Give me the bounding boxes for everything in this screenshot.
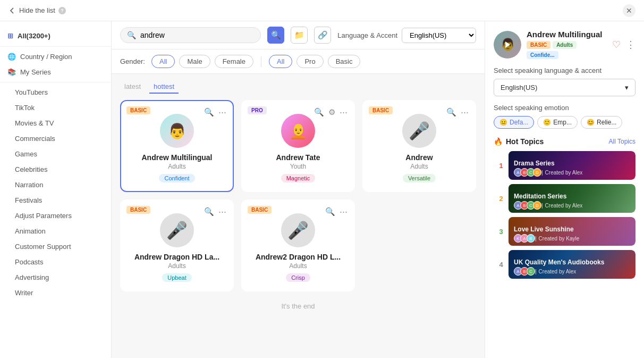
card-preview-btn-4[interactable]: 🔍 (203, 206, 215, 218)
tab-latest[interactable]: latest (120, 80, 145, 94)
sidebar-item-narration[interactable]: Narration (0, 177, 111, 193)
emotion-label-relief: Relie... (597, 119, 616, 126)
card-preview-btn-3[interactable]: 🔍 (445, 106, 457, 118)
sidebar-item-commercials[interactable]: Commercials (0, 131, 111, 146)
layers-icon: 📚 (7, 68, 16, 76)
sidebar-divider-2 (0, 82, 111, 82)
voice-card-andrew-dragon[interactable]: BASIC 🔍 ⋯ 🎤 Andrew Dragon HD La... Adult… (120, 199, 234, 292)
hide-list-btn[interactable]: Hide the list ? (9, 6, 66, 14)
voice-card-andrew[interactable]: BASIC 🔍 ⋯ 🎤 Andrew Adults Versatile (362, 100, 476, 192)
detail-more-button[interactable]: ⋮ (626, 39, 635, 51)
voice-detail-header: 👨 Andrew Multilingual BASIC Adults Confi… (494, 30, 635, 59)
sidebar-item-celebrities[interactable]: Celebrities (0, 162, 111, 177)
topic-creator-lovelive: K A B | Created by Kayle (514, 234, 630, 243)
detail-avatar[interactable]: 👨 (494, 31, 521, 59)
sidebar-divider-1 (0, 46, 111, 47)
gender-male-btn[interactable]: Male (179, 55, 210, 68)
sidebar-all-voices[interactable]: ⊞ All(3200+) (0, 28, 111, 44)
emotion-icon-empathy: 🙂 (543, 119, 551, 126)
emotion-chips: 😐 Defa... 🙂 Emp... 😊 Relie... (494, 116, 635, 129)
emotion-chip-empathy[interactable]: 🙂 Emp... (537, 116, 578, 129)
all-topics-button[interactable]: All Topics (609, 138, 635, 145)
svg-marker-0 (505, 41, 510, 48)
card-avatar-4: 🎤 (160, 213, 194, 247)
sidebar-item-festivals[interactable]: Festivals (0, 193, 111, 208)
topic-card-uk[interactable]: 4 UK Quality Men's Audiobooks A B C | Cr… (494, 250, 635, 279)
voice-card-andrew-multilingual[interactable]: BASIC 🔍 ⋯ 👨 Andrew Multilingual Adults C… (120, 100, 234, 192)
voice-tabs: latest hottest (120, 80, 476, 94)
link-button[interactable]: 🔗 (314, 27, 331, 44)
search-input[interactable] (140, 31, 254, 39)
type-basic-btn[interactable]: Basic (328, 55, 361, 68)
detail-voice-name: Andrew Multilingual (527, 30, 607, 39)
sidebar-item-country[interactable]: 🌐 Country / Region (0, 49, 111, 64)
type-pro-btn[interactable]: Pro (296, 55, 323, 68)
emotion-chip-relief[interactable]: 😊 Relie... (581, 116, 622, 129)
badge-basic-4: BASIC (126, 206, 150, 214)
card-preview-btn-5[interactable]: 🔍 (324, 206, 336, 218)
card-settings-btn-2[interactable]: ⚙ (327, 106, 336, 118)
badge-pro-2: PRO (248, 106, 267, 114)
card-more-btn-3[interactable]: ⋯ (460, 106, 470, 118)
card-name-3: Andrew (372, 153, 467, 162)
main-layout: ⊞ All(3200+) 🌐 Country / Region 📚 My Ser… (0, 21, 644, 358)
voice-card-andrew2-dragon[interactable]: BASIC 🔍 ⋯ 🎤 Andrew2 Dragon HD L... Adult… (241, 199, 355, 292)
voice-card-andrew-tate[interactable]: PRO 🔍 ⚙ ⋯ 🧑‍🦲 Andrew Tate Youth Magnetic (241, 100, 355, 192)
play-icon (504, 41, 511, 48)
sidebar-item-games[interactable]: Games (0, 146, 111, 162)
mic-icon-5: 🎤 (287, 220, 309, 240)
card-tag-3: Versatile (403, 174, 436, 182)
sidebar-item-myseries[interactable]: 📚 My Series (0, 64, 111, 80)
card-more-btn-2[interactable]: ⋯ (338, 106, 349, 118)
topic-img-meditation: Meditation Series A B C D | Created by A… (509, 184, 635, 213)
sidebar-item-movies[interactable]: Movies & TV (0, 115, 111, 131)
topic-card-drama[interactable]: 1 Drama Series A B C D | Created by Alex (494, 151, 635, 180)
detail-badge-basic: BASIC (527, 41, 550, 49)
upload-button[interactable]: 📁 (291, 27, 308, 44)
sidebar-item-customer-support[interactable]: Customer Support (0, 239, 111, 254)
search-box[interactable]: 🔍 (120, 27, 261, 43)
sidebar-item-writer[interactable]: Writer (0, 285, 111, 301)
topic-img-drama: Drama Series A B C D | Created by Alex (509, 151, 635, 180)
sidebar-item-podcasts[interactable]: Podcasts (0, 254, 111, 270)
sidebar-item-animation[interactable]: Animation (0, 223, 111, 239)
language-select[interactable]: English(US) (402, 28, 476, 43)
chevron-left-icon (9, 7, 16, 14)
sidebar-item-youtubers[interactable]: YouTubers (0, 85, 111, 100)
card-preview-btn-2[interactable]: 🔍 (313, 106, 325, 118)
card-more-btn-4[interactable]: ⋯ (217, 206, 227, 218)
card-preview-btn-1[interactable]: 🔍 (203, 106, 215, 118)
topic-num-3: 3 (494, 228, 509, 236)
t-avatar: D (533, 168, 541, 177)
card-avatar-2: 🧑‍🦲 (281, 114, 315, 148)
type-all-btn[interactable]: All (269, 55, 292, 68)
lang-dropdown[interactable]: English(US) ▾ (494, 79, 635, 96)
card-tag-2: Magnetic (281, 174, 316, 182)
detail-info: Andrew Multilingual BASIC Adults Confide… (527, 30, 607, 59)
emotion-chip-default[interactable]: 😐 Defa... (494, 116, 534, 129)
sidebar-item-advertising[interactable]: Advertising (0, 270, 111, 285)
favorite-button[interactable]: ♡ (612, 39, 621, 51)
tab-hottest[interactable]: hottest (149, 80, 179, 94)
close-button[interactable]: ✕ (623, 4, 635, 17)
gender-all-btn[interactable]: All (151, 55, 175, 68)
topic-avatars-drama: A B C D (514, 168, 539, 177)
search-icon: 🔍 (127, 31, 136, 39)
detail-badge-confident: Confide... (527, 51, 558, 59)
topic-num-4: 4 (494, 261, 509, 269)
gender-female-btn[interactable]: Female (215, 55, 253, 68)
card-more-btn-5[interactable]: ⋯ (338, 206, 349, 218)
sidebar-item-adjust[interactable]: Adjust Parameters (0, 208, 111, 223)
topic-title-uk: UK Quality Men's Audiobooks (514, 259, 630, 266)
creator-name-lovelive: Created by Kayle (539, 236, 580, 242)
play-overlay[interactable] (494, 31, 521, 59)
topic-card-meditation[interactable]: 2 Meditation Series A B C D | Created by… (494, 184, 635, 213)
topic-title-drama: Drama Series (514, 160, 630, 167)
search-button[interactable]: 🔍 (267, 27, 284, 44)
card-more-btn-1[interactable]: ⋯ (217, 106, 227, 118)
topic-card-lovelive[interactable]: 3 Love Live Sunshine K A B | Created by … (494, 217, 635, 246)
mic-icon-3: 🎤 (409, 121, 430, 141)
topic-title-lovelive: Love Live Sunshine (514, 226, 630, 233)
sidebar-item-tiktok[interactable]: TikTok (0, 100, 111, 115)
sidebar: ⊞ All(3200+) 🌐 Country / Region 📚 My Ser… (0, 21, 112, 358)
